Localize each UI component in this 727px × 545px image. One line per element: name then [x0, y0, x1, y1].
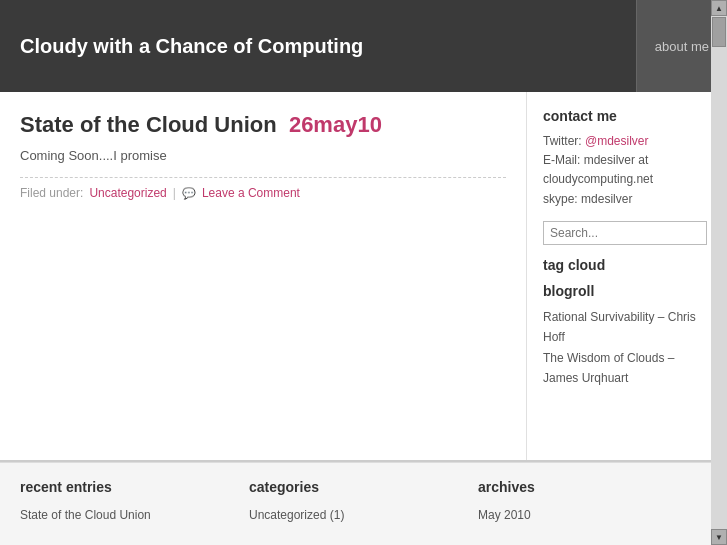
- footer-categories: categories Uncategorized (1): [249, 479, 478, 545]
- blogroll-item-1: Rational Survivability – Chris Hoff: [543, 307, 711, 348]
- blogroll-links: Rational Survivability – Chris Hoff The …: [543, 307, 711, 389]
- blogroll-link-2[interactable]: The Wisdom of Clouds – James Urqhuart: [543, 351, 674, 385]
- site-title-area: Cloudy with a Chance of Computing: [0, 0, 636, 92]
- blogroll-item-2: The Wisdom of Clouds – James Urqhuart: [543, 348, 711, 389]
- post-date: 26may10: [289, 112, 382, 137]
- post-title: State of the Cloud Union 26may10: [20, 112, 506, 138]
- sidebar: contact me Twitter: @mdesilver E-Mail: m…: [527, 92, 727, 460]
- search-input[interactable]: [543, 221, 707, 245]
- archives-title: archives: [478, 479, 687, 495]
- email-row: E-Mail: mdesilver at cloudycomputing.net: [543, 151, 711, 189]
- comment-icon: 💬: [182, 187, 196, 200]
- twitter-row: Twitter: @mdesilver: [543, 132, 711, 151]
- scrollbar[interactable]: ▲ ▼: [711, 0, 727, 545]
- twitter-handle: @mdesilver: [585, 134, 649, 148]
- recent-entries-title: recent entries: [20, 479, 229, 495]
- post-category-link[interactable]: Uncategorized: [89, 186, 166, 200]
- main-container: State of the Cloud Union 26may10 Coming …: [0, 92, 727, 462]
- scroll-track: [711, 16, 727, 529]
- footer-recent-entries: recent entries State of the Cloud Union: [20, 479, 249, 545]
- post-excerpt: Coming Soon....I promise: [20, 148, 506, 163]
- twitter-label: Twitter:: [543, 134, 582, 148]
- skype-row: skype: mdesilver: [543, 190, 711, 209]
- footer: recent entries State of the Cloud Union …: [0, 462, 727, 545]
- recent-entry-link-1[interactable]: State of the Cloud Union: [20, 508, 151, 522]
- meta-separator: |: [173, 186, 176, 200]
- leave-comment-link[interactable]: Leave a Comment: [202, 186, 300, 200]
- search-row: go: [543, 221, 711, 245]
- scroll-up-button[interactable]: ▲: [711, 0, 727, 16]
- recent-entry-1: State of the Cloud Union: [20, 505, 229, 525]
- site-title: Cloudy with a Chance of Computing: [20, 35, 363, 58]
- post-article: State of the Cloud Union 26may10 Coming …: [20, 112, 506, 200]
- skype-value: mdesilver: [581, 192, 632, 206]
- scroll-down-button[interactable]: ▼: [711, 529, 727, 545]
- tagcloud-title: tag cloud: [543, 257, 711, 273]
- contact-title: contact me: [543, 108, 711, 124]
- category-item-1: Uncategorized (1): [249, 505, 458, 525]
- archive-item-1: May 2010: [478, 505, 687, 525]
- blogroll-link-1[interactable]: Rational Survivability – Chris Hoff: [543, 310, 696, 344]
- footer-archives: archives May 2010: [478, 479, 707, 545]
- contact-info: Twitter: @mdesilver E-Mail: mdesilver at…: [543, 132, 711, 209]
- filed-label: Filed under:: [20, 186, 83, 200]
- archive-link-1[interactable]: May 2010: [478, 508, 531, 522]
- content-area: State of the Cloud Union 26may10 Coming …: [0, 92, 527, 460]
- skype-label: skype:: [543, 192, 578, 206]
- categories-title: categories: [249, 479, 458, 495]
- scroll-thumb[interactable]: [712, 17, 726, 47]
- post-title-text: State of the Cloud Union: [20, 112, 277, 137]
- page-wrapper: Cloudy with a Chance of Computing about …: [0, 0, 727, 545]
- site-header: Cloudy with a Chance of Computing about …: [0, 0, 727, 92]
- post-meta: Filed under: Uncategorized | 💬 Leave a C…: [20, 177, 506, 200]
- blogroll-title: blogroll: [543, 283, 711, 299]
- email-label: E-Mail:: [543, 153, 580, 167]
